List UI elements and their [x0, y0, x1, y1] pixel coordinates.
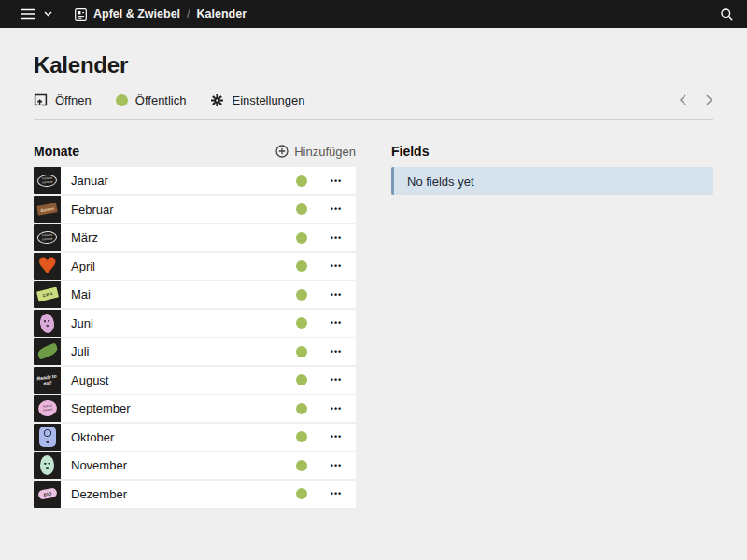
- months-list: Freiland GemüseJanuar•••SaisonFebruar•••…: [34, 167, 356, 508]
- status-dot[interactable]: [296, 203, 307, 215]
- options-button[interactable]: •••: [322, 432, 356, 441]
- bio-badge-thumbnail: BIO: [34, 481, 61, 508]
- month-label: April: [71, 259, 296, 273]
- mint-face-sticker-thumbnail: [34, 452, 61, 479]
- month-label: September: [71, 401, 296, 415]
- options-button[interactable]: •••: [322, 176, 356, 186]
- months-section-title: Monate: [34, 144, 79, 159]
- status-dot[interactable]: [296, 346, 307, 357]
- breadcrumb-page[interactable]: Kalender: [197, 7, 247, 21]
- chevron-right-icon[interactable]: [705, 94, 713, 105]
- month-label: März: [71, 231, 296, 245]
- month-label: Juli: [71, 344, 296, 358]
- toolbar: Öffnen Öffentlich Einstellungen: [34, 91, 713, 108]
- month-label: Februar: [71, 203, 296, 217]
- breadcrumb-site[interactable]: Apfel & Zwiebel: [93, 7, 180, 21]
- add-button[interactable]: Hinzufügen: [275, 145, 356, 159]
- month-label: November: [71, 458, 296, 472]
- list-item[interactable]: Juli•••: [34, 338, 356, 365]
- topbar: Apfel & Zwiebel / Kalender: [0, 0, 747, 28]
- chevron-left-icon[interactable]: [679, 94, 687, 105]
- settings-button[interactable]: Einstellungen: [210, 93, 304, 107]
- month-label: Dezember: [71, 487, 296, 501]
- gear-icon: [210, 93, 224, 107]
- list-item[interactable]: BIODezember•••: [34, 481, 356, 508]
- status-dot[interactable]: [296, 374, 307, 385]
- open-label: Öffnen: [55, 93, 92, 107]
- hamburger-icon: [21, 8, 35, 20]
- status-dot[interactable]: [296, 260, 307, 272]
- empty-fields-message: No fields yet: [407, 175, 474, 189]
- status-dot[interactable]: [296, 403, 307, 414]
- ready-to-eat-sticker-thumbnail: Ready to eat!: [34, 367, 61, 394]
- list-item[interactable]: Freiland GemüseMärz•••: [34, 224, 356, 251]
- month-label: Oktober: [71, 430, 296, 444]
- open-button[interactable]: Öffnen: [34, 93, 92, 107]
- open-window-icon: [34, 93, 48, 106]
- page-title: Kalender: [34, 53, 713, 77]
- options-button[interactable]: •••: [322, 375, 356, 385]
- search-icon: [720, 7, 734, 21]
- pager: [679, 94, 713, 105]
- leaf-sticker-thumbnail: [34, 338, 61, 365]
- circled-plus-icon: [275, 145, 289, 158]
- months-section: Monate Hinzufügen Freiland GemüseJanuar•…: [34, 144, 356, 509]
- options-button[interactable]: •••: [322, 404, 356, 413]
- page-icon: [75, 8, 87, 21]
- empty-fields-notice: No fields yet: [391, 167, 713, 195]
- menu-button[interactable]: [21, 8, 52, 20]
- list-item[interactable]: Freiland GemüseJanuar•••: [34, 167, 356, 194]
- apfel-zwiebel-sticker-thumbnail: Apfel & Zwiebel: [34, 395, 61, 422]
- options-button[interactable]: •••: [322, 261, 356, 271]
- status-dot[interactable]: [296, 431, 307, 442]
- chevron-down-icon: [44, 11, 52, 17]
- list-item[interactable]: SaisonFebruar•••: [34, 196, 356, 223]
- month-label: August: [71, 373, 296, 387]
- status-dot[interactable]: [296, 175, 307, 187]
- options-button[interactable]: •••: [322, 318, 356, 328]
- list-item[interactable]: Oktober•••: [34, 424, 356, 451]
- freiland-gemuese-badge-thumbnail: Freiland Gemüse: [34, 167, 61, 194]
- main-content: Kalender Öffnen Öffentlich Einstellungen: [0, 53, 747, 509]
- options-button[interactable]: •••: [322, 290, 356, 300]
- breadcrumb: Apfel & Zwiebel / Kalender: [75, 7, 247, 21]
- status-button[interactable]: Öffentlich: [116, 93, 187, 107]
- month-label: Juni: [71, 316, 296, 330]
- divider: [34, 119, 713, 120]
- options-button[interactable]: •••: [322, 461, 356, 470]
- status-dot[interactable]: [296, 232, 307, 244]
- add-label: Hinzufügen: [294, 145, 356, 159]
- pink-face-sticker-thumbnail: [34, 310, 61, 337]
- options-button[interactable]: •••: [322, 233, 356, 243]
- status-label: Öffentlich: [135, 93, 187, 107]
- options-button[interactable]: •••: [322, 347, 356, 357]
- search-button[interactable]: [720, 7, 734, 21]
- harvest-doodle-sticker-thumbnail: [34, 424, 61, 451]
- list-item[interactable]: Apfel & ZwiebelSeptember•••: [34, 395, 356, 422]
- options-button[interactable]: •••: [322, 204, 356, 214]
- status-dot[interactable]: [296, 488, 307, 499]
- month-label: Januar: [71, 174, 296, 188]
- status-dot[interactable]: [296, 317, 307, 329]
- status-dot-icon: [116, 94, 128, 106]
- list-item[interactable]: November•••: [34, 452, 356, 479]
- list-item[interactable]: 2,99 €Mai•••: [34, 281, 356, 308]
- settings-label: Einstellungen: [232, 93, 304, 107]
- price-tag-sticker-thumbnail: 2,99 €: [34, 281, 61, 308]
- fields-section: Fields No fields yet: [391, 144, 713, 509]
- freiland-gemuese-badge-thumbnail: Freiland Gemüse: [34, 224, 61, 251]
- list-item[interactable]: ♥April•••: [34, 253, 356, 280]
- fields-section-title: Fields: [391, 144, 429, 159]
- list-item[interactable]: Juni•••: [34, 310, 356, 337]
- heart-sticker-thumbnail: ♥: [34, 253, 61, 280]
- status-dot[interactable]: [296, 460, 307, 471]
- list-item[interactable]: Ready to eat!August•••: [34, 367, 356, 394]
- breadcrumb-separator: /: [187, 7, 190, 21]
- options-button[interactable]: •••: [322, 489, 356, 498]
- saison-sticker-thumbnail: Saison: [34, 196, 61, 223]
- status-dot[interactable]: [296, 289, 307, 301]
- month-label: Mai: [71, 287, 296, 301]
